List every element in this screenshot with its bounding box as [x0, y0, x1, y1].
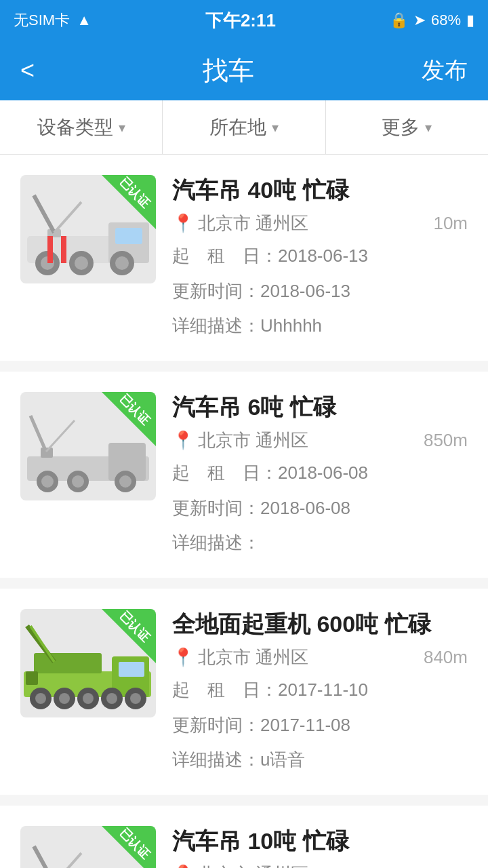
- chevron-down-icon: ▾: [272, 119, 279, 136]
- card-location-row: 📍 北京市 通州区 840m: [172, 646, 468, 669]
- card-title: 汽车吊 10吨 忙碌: [172, 826, 468, 856]
- svg-line-47: [54, 853, 81, 868]
- card-image-1: 已认证: [20, 175, 156, 283]
- certified-label: 已认证: [116, 609, 153, 646]
- status-right: 🔒 ➤ 68% ▮: [390, 12, 474, 29]
- battery-text: 68%: [431, 12, 461, 29]
- status-left: 无SIM卡 ▲: [14, 10, 92, 31]
- filter-location[interactable]: 所在地 ▾: [163, 100, 325, 154]
- card-info: 汽车吊 10吨 忙碌 📍 北京市 通州区: [172, 826, 468, 868]
- card-description: 详细描述：u语音: [172, 746, 468, 774]
- card-update-time: 更新时间：2018-06-13: [172, 277, 468, 306]
- nav-bar: < 找车 发布: [0, 41, 488, 100]
- certified-label: 已认证: [116, 392, 153, 429]
- svg-point-41: [130, 693, 141, 704]
- card-start-date: 起 租 日：2018-06-13: [172, 242, 468, 271]
- card-title: 全地面起重机 600吨 忙碌: [172, 609, 468, 639]
- card-city: 北京市 通州区: [198, 863, 308, 868]
- card-description: 详细描述：Uhhhhh: [172, 312, 468, 340]
- chevron-down-icon: ▾: [425, 119, 432, 136]
- publish-button[interactable]: 发布: [422, 55, 468, 86]
- wifi-icon: ▲: [77, 12, 92, 29]
- certified-badge: 已认证: [102, 392, 156, 446]
- no-sim-text: 无SIM卡: [14, 10, 70, 31]
- svg-line-18: [46, 420, 75, 452]
- card-title: 汽车吊 40吨 忙碌: [172, 175, 468, 205]
- svg-point-9: [75, 256, 88, 270]
- location-pin-icon: 📍: [172, 864, 194, 868]
- battery-icon: ▮: [466, 12, 474, 29]
- filter-more[interactable]: 更多 ▾: [326, 100, 488, 154]
- svg-line-17: [30, 416, 46, 452]
- svg-rect-2: [115, 228, 142, 244]
- card-info: 汽车吊 6吨 忙碌 📍 北京市 通州区 850m 起 租 日：2018-06-0…: [172, 392, 468, 557]
- location-icon: ➤: [413, 12, 426, 29]
- card-image-3: 已认证: [20, 609, 156, 717]
- card-location-row: 📍 北京市 通州区 10m: [172, 212, 468, 235]
- card-description: 详细描述：: [172, 529, 468, 557]
- page-title: 找车: [203, 54, 254, 88]
- svg-line-46: [34, 846, 54, 868]
- card-start-date: 起 租 日：2018-06-08: [172, 459, 468, 488]
- card-update-time: 更新时间：2017-11-08: [172, 711, 468, 740]
- card-title: 汽车吊 6吨 忙碌: [172, 392, 468, 422]
- filter-location-label: 所在地: [209, 115, 266, 140]
- svg-point-37: [83, 693, 94, 704]
- list-item[interactable]: 已认证: [0, 806, 488, 868]
- svg-rect-28: [119, 662, 144, 677]
- location-pin-icon: 📍: [172, 647, 194, 668]
- filter-equipment-label: 设备类型: [37, 115, 113, 140]
- card-image-4: 已认证: [20, 826, 156, 868]
- svg-point-11: [115, 256, 129, 270]
- certified-label: 已认证: [116, 826, 153, 863]
- svg-point-22: [72, 475, 84, 488]
- card-location: 📍 北京市 通州区: [172, 212, 308, 235]
- card-start-date: 起 租 日：2017-11-10: [172, 676, 468, 705]
- card-distance: 840m: [424, 647, 468, 668]
- svg-point-20: [41, 475, 54, 488]
- list-item[interactable]: 已认证: [0, 589, 488, 795]
- filter-bar: 设备类型 ▾ 所在地 ▾ 更多 ▾: [0, 100, 488, 155]
- svg-rect-12: [47, 236, 53, 263]
- certified-label: 已认证: [116, 175, 153, 212]
- svg-point-35: [59, 693, 70, 704]
- back-button[interactable]: <: [20, 56, 35, 85]
- svg-line-4: [34, 195, 54, 233]
- certified-badge: 已认证: [102, 175, 156, 229]
- card-city: 北京市 通州区: [198, 646, 308, 669]
- card-distance: 10m: [433, 213, 468, 234]
- card-distance: 850m: [424, 430, 468, 451]
- certified-badge: 已认证: [102, 609, 156, 663]
- lock-icon: 🔒: [390, 12, 408, 29]
- chevron-down-icon: ▾: [119, 119, 125, 136]
- svg-rect-26: [34, 653, 102, 673]
- location-pin-icon: 📍: [172, 430, 194, 451]
- filter-equipment-type[interactable]: 设备类型 ▾: [0, 100, 163, 154]
- card-location-row: 📍 北京市 通州区: [172, 863, 468, 868]
- location-pin-icon: 📍: [172, 213, 194, 234]
- svg-point-33: [35, 693, 46, 704]
- svg-rect-31: [26, 671, 38, 685]
- svg-rect-13: [61, 236, 66, 263]
- list-item[interactable]: 已认证: [0, 155, 488, 361]
- list-item[interactable]: 已认证 汽车吊 6吨 忙碌 📍: [0, 372, 488, 578]
- svg-point-39: [106, 693, 117, 704]
- card-location: 📍 北京市 通州区: [172, 429, 308, 452]
- status-time: 下午2:11: [205, 9, 276, 33]
- card-location: 📍 北京市 通州区: [172, 863, 308, 868]
- card-location-row: 📍 北京市 通州区 850m: [172, 429, 468, 452]
- card-list: 已认证: [0, 155, 488, 868]
- card-city: 北京市 通州区: [198, 429, 308, 452]
- svg-line-5: [54, 202, 81, 233]
- card-image-2: 已认证: [20, 392, 156, 500]
- svg-point-24: [119, 475, 131, 488]
- filter-more-label: 更多: [382, 115, 420, 140]
- card-info: 汽车吊 40吨 忙碌 📍 北京市 通州区 10m 起 租 日：2018-06-1…: [172, 175, 468, 340]
- card-location: 📍 北京市 通州区: [172, 646, 308, 669]
- card-info: 全地面起重机 600吨 忙碌 📍 北京市 通州区 840m 起 租 日：2017…: [172, 609, 468, 774]
- card-update-time: 更新时间：2018-06-08: [172, 494, 468, 523]
- status-bar: 无SIM卡 ▲ 下午2:11 🔒 ➤ 68% ▮: [0, 0, 488, 41]
- certified-badge: 已认证: [102, 826, 156, 868]
- card-city: 北京市 通州区: [198, 212, 308, 235]
